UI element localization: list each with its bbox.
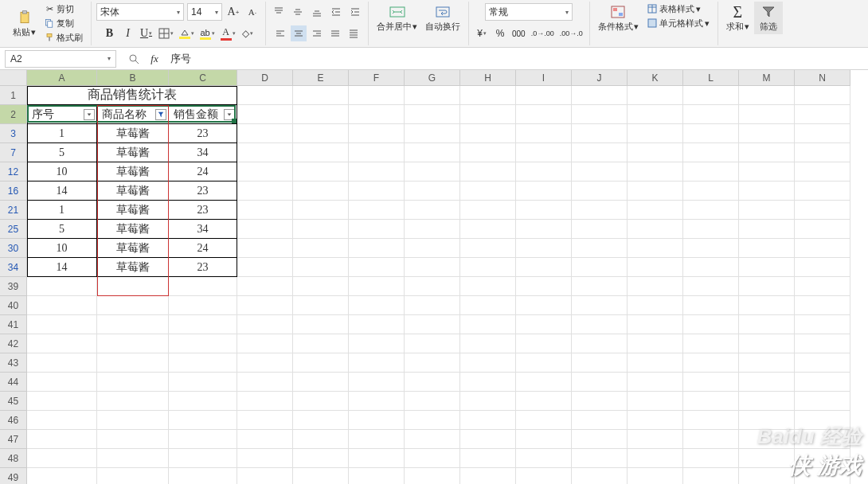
cell[interactable]: [628, 162, 683, 182]
cell[interactable]: [293, 143, 349, 162]
cell[interactable]: [572, 182, 628, 201]
cell[interactable]: [572, 468, 628, 484]
cell[interactable]: [683, 373, 739, 392]
cell[interactable]: [405, 162, 460, 182]
cell[interactable]: [460, 373, 516, 392]
decrease-font-button[interactable]: A-: [244, 4, 260, 20]
cell[interactable]: [293, 353, 349, 373]
indent-right-button[interactable]: [347, 4, 363, 20]
cell[interactable]: [405, 353, 460, 373]
cell[interactable]: [683, 353, 739, 373]
cell[interactable]: [293, 201, 349, 220]
cell[interactable]: [628, 449, 683, 468]
data-cell[interactable]: 草莓酱: [97, 220, 169, 239]
cell[interactable]: [739, 162, 795, 182]
paste-button[interactable]: 粘贴▾: [10, 2, 39, 45]
row-header[interactable]: 34: [0, 258, 27, 277]
data-cell[interactable]: 草莓酱: [97, 143, 169, 162]
cell[interactable]: [405, 277, 460, 296]
cell-style-button[interactable]: 单元格样式▾: [643, 16, 713, 30]
cell[interactable]: [572, 353, 628, 373]
cell[interactable]: [683, 105, 739, 124]
cell[interactable]: [405, 105, 460, 124]
cell[interactable]: [169, 334, 237, 353]
cell[interactable]: [293, 296, 349, 315]
cell[interactable]: [405, 373, 460, 392]
cell[interactable]: [237, 162, 293, 182]
cell[interactable]: [628, 296, 683, 315]
indent-left-button[interactable]: [328, 4, 344, 20]
row-header[interactable]: 30: [0, 239, 27, 258]
cell[interactable]: [795, 201, 850, 220]
cell[interactable]: [405, 124, 460, 143]
cell[interactable]: [795, 353, 850, 373]
col-header-M[interactable]: M: [739, 70, 795, 86]
underline-button[interactable]: U▾: [139, 25, 154, 41]
col-header-H[interactable]: H: [460, 70, 516, 86]
highlight-button[interactable]: ab▾: [198, 25, 217, 41]
data-cell[interactable]: 5: [27, 143, 97, 162]
cell[interactable]: [460, 182, 516, 201]
cell[interactable]: [683, 124, 739, 143]
cell[interactable]: [27, 353, 97, 373]
data-cell[interactable]: 23: [169, 124, 237, 143]
cell[interactable]: [739, 296, 795, 315]
increase-font-button[interactable]: A+: [225, 4, 241, 20]
cell[interactable]: [97, 392, 169, 411]
cell[interactable]: [683, 468, 739, 484]
align-bottom-button[interactable]: [309, 4, 325, 20]
data-cell[interactable]: 草莓酱: [97, 258, 169, 277]
row-header[interactable]: 7: [0, 143, 27, 162]
cell[interactable]: [628, 315, 683, 334]
cell[interactable]: [27, 277, 97, 296]
cell[interactable]: [237, 449, 293, 468]
cell[interactable]: [739, 143, 795, 162]
filter-button[interactable]: 筛选: [754, 2, 783, 34]
cell[interactable]: [628, 143, 683, 162]
cell[interactable]: [405, 201, 460, 220]
cell[interactable]: [572, 124, 628, 143]
row-header[interactable]: 21: [0, 201, 27, 220]
cell[interactable]: [739, 182, 795, 201]
cell[interactable]: [795, 143, 850, 162]
data-cell[interactable]: 草莓酱: [97, 201, 169, 220]
table-header[interactable]: 销售金额: [169, 105, 237, 124]
cell[interactable]: [349, 86, 405, 105]
data-cell[interactable]: 草莓酱: [97, 239, 169, 258]
fx-icon[interactable]: fx: [147, 51, 162, 67]
cell[interactable]: [795, 334, 850, 353]
cell[interactable]: [739, 239, 795, 258]
align-right-button[interactable]: [309, 25, 325, 41]
cell[interactable]: [516, 277, 572, 296]
cell[interactable]: [169, 449, 237, 468]
cell[interactable]: [739, 220, 795, 239]
cell[interactable]: [516, 220, 572, 239]
cell[interactable]: [97, 296, 169, 315]
number-format-select[interactable]: 常规▾: [485, 3, 573, 21]
cell[interactable]: [349, 105, 405, 124]
col-header-N[interactable]: N: [795, 70, 850, 86]
cell[interactable]: [628, 353, 683, 373]
row-header[interactable]: 41: [0, 315, 27, 334]
col-header-L[interactable]: L: [683, 70, 739, 86]
cell[interactable]: [349, 392, 405, 411]
cell[interactable]: [27, 392, 97, 411]
cell[interactable]: [27, 449, 97, 468]
cell[interactable]: [572, 105, 628, 124]
cell[interactable]: [349, 315, 405, 334]
cell[interactable]: [516, 373, 572, 392]
cell[interactable]: [97, 315, 169, 334]
cell[interactable]: [683, 411, 739, 430]
filter-active-icon[interactable]: [155, 109, 166, 120]
cell[interactable]: [460, 201, 516, 220]
cell[interactable]: [405, 182, 460, 201]
cell[interactable]: [516, 239, 572, 258]
cell[interactable]: [27, 315, 97, 334]
cell[interactable]: [237, 201, 293, 220]
data-cell[interactable]: 草莓酱: [97, 182, 169, 201]
data-cell[interactable]: 23: [169, 258, 237, 277]
cell[interactable]: [628, 277, 683, 296]
cell[interactable]: [237, 124, 293, 143]
cell[interactable]: [739, 86, 795, 105]
cell[interactable]: [293, 468, 349, 484]
